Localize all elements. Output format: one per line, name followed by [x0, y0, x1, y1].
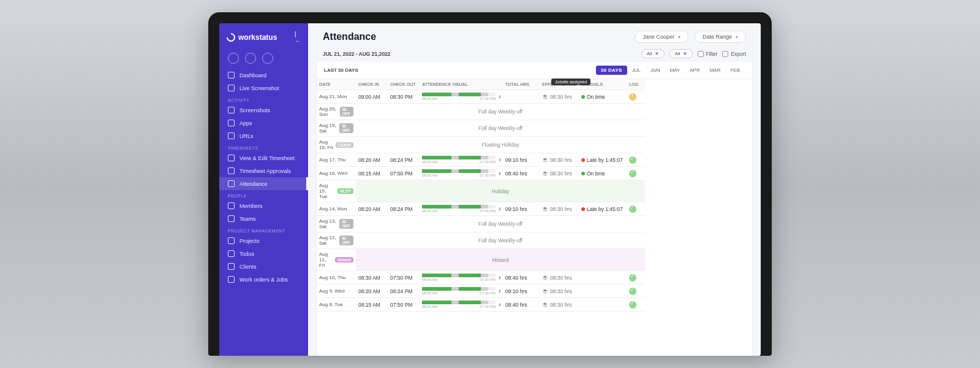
user-picker[interactable]: Jane Cooper ▾: [635, 31, 688, 43]
close-icon[interactable]: ✕: [683, 51, 687, 56]
arrivals-cell: [579, 271, 627, 285]
effective-cell: ☕08:30 hrs: [540, 153, 579, 167]
eye-icon[interactable]: [499, 158, 500, 162]
tab-30days[interactable]: 30 DAYS: [596, 66, 627, 75]
sidebar-item-work-orders-jobs[interactable]: Work orders & Jobs: [219, 273, 308, 286]
log-cell[interactable]: [627, 285, 645, 298]
nav-item-icon: [228, 72, 235, 79]
status-badge: W-OFF: [339, 123, 353, 133]
date-cell: Aug 18, FriLEAVE: [317, 137, 356, 153]
date-cell: Aug 16, Wed: [317, 167, 356, 180]
export-button[interactable]: Export: [722, 51, 746, 57]
effective-cell: ☕08:30 hrs: [540, 202, 579, 216]
section-label: PROJECT MANAGEMENT: [219, 225, 308, 234]
sidebar-item-view-edit-timesheet[interactable]: View & Edit Timesheet: [219, 151, 308, 164]
checkout-cell: 08:24 PM: [388, 285, 420, 298]
date-cell: Aug 8, Tue: [317, 298, 356, 312]
col-checkin: CHECK IN: [356, 79, 388, 90]
close-icon[interactable]: ✕: [655, 51, 659, 56]
status-dot: [581, 95, 585, 99]
tab-may[interactable]: MAY: [665, 66, 685, 75]
span-row: Full day Weekly-off: [356, 216, 645, 232]
arrivals-cell: [579, 298, 627, 312]
arrivals-cell: [579, 285, 627, 298]
date-range-label: Date Range: [703, 34, 732, 40]
status-badge: Absent: [335, 257, 353, 263]
eye-icon[interactable]: [499, 289, 500, 293]
sidebar-item-projects[interactable]: Projects: [219, 234, 308, 247]
top-icon-2[interactable]: [245, 53, 256, 64]
sidebar-item-label: Clients: [239, 264, 257, 270]
nav-item-icon: [228, 237, 235, 244]
col-checkout: CHECK OUT: [388, 79, 420, 90]
brand: workstatus |←: [219, 31, 308, 50]
top-icon-1[interactable]: [228, 53, 239, 64]
filter-chip-all-2[interactable]: All✕: [669, 49, 693, 58]
log-cell[interactable]: [627, 271, 645, 285]
sidebar-item-attendance[interactable]: Attendance: [219, 177, 308, 190]
sidebar-item-label: Teams: [239, 216, 256, 222]
visual-cell: 08:00 AM07:00 PM: [420, 153, 503, 167]
date-range-text: JUL 21, 2022 - AUG 21,2022: [323, 51, 391, 57]
tab-mar[interactable]: MAR: [705, 66, 726, 75]
top-icons: [219, 50, 308, 69]
eye-icon[interactable]: [499, 303, 500, 307]
status-badge: W-OFF: [339, 219, 353, 229]
chevron-down-icon: ▾: [678, 34, 680, 40]
eye-icon[interactable]: [499, 95, 500, 99]
status-badge: W-OFF: [340, 107, 353, 117]
sidebar-item-label: Work orders & Jobs: [239, 277, 288, 283]
span-row: Floating Holiday: [356, 137, 645, 153]
date-cell: Aug 17, Thu: [317, 153, 356, 167]
top-icon-3[interactable]: [262, 53, 273, 64]
tooltip: Jobsite assigned: [551, 79, 590, 85]
log-cell[interactable]: [627, 90, 645, 104]
tab-jul[interactable]: JUL: [627, 66, 646, 75]
status-badge: LEAVE: [336, 142, 353, 148]
sidebar-item-todos[interactable]: Todos: [219, 247, 308, 260]
collapse-icon[interactable]: |←: [295, 31, 301, 44]
sidebar-item-live-screenshot[interactable]: Live Screenshot: [219, 82, 308, 94]
checkin-cell: 08:15 AM: [356, 167, 388, 180]
total-cell: 08:40 hrs: [503, 271, 540, 285]
checkout-cell: 07:50 PM: [388, 298, 420, 312]
sidebar-item-dashboard[interactable]: Dashboard: [219, 69, 308, 82]
col-date: DATE: [317, 79, 356, 90]
sidebar-item-timesheet-approvals[interactable]: Timesheet Approvals: [219, 164, 308, 177]
checkout-cell: 07:50 PM: [388, 167, 420, 180]
date-cell: Aug 12, SatW-OFF: [317, 232, 356, 249]
eye-icon[interactable]: [499, 172, 500, 175]
sidebar-item-members[interactable]: Members: [219, 199, 308, 212]
filter-button[interactable]: Filter: [698, 51, 718, 57]
log-cell[interactable]: [627, 167, 645, 180]
checkout-cell: 08:24 PM: [388, 202, 420, 216]
eye-icon[interactable]: [499, 207, 500, 211]
sidebar-item-urls[interactable]: URLs: [219, 129, 308, 142]
checkout-cell: 08:24 PM: [388, 153, 420, 167]
check-icon: [629, 170, 636, 177]
visual-cell: 08:00 AM07:00 PM: [420, 167, 503, 180]
sidebar-item-teams[interactable]: Teams: [219, 212, 308, 225]
tab-feb[interactable]: FEB: [725, 66, 745, 75]
date-range-picker[interactable]: Date Range ▾: [695, 31, 746, 43]
nav-item-icon: [228, 250, 235, 257]
span-row: Full day Weekly-off: [356, 232, 645, 249]
warning-icon: [629, 93, 636, 101]
sidebar-item-screenshots[interactable]: Screenshots: [219, 104, 308, 117]
coffee-icon: ☕: [542, 94, 548, 99]
log-cell[interactable]: [627, 153, 645, 167]
check-icon: [629, 205, 636, 213]
sidebar-item-apps[interactable]: Apps: [219, 117, 308, 129]
tab-jun[interactable]: JUN: [646, 66, 665, 75]
filter-chip-all-1[interactable]: All✕: [641, 49, 665, 58]
log-cell[interactable]: [627, 298, 645, 312]
visual-cell: 08:00 AM07:00 PM: [420, 90, 503, 104]
total-cell: 09:10 hrs: [503, 202, 540, 216]
eye-icon[interactable]: [499, 276, 500, 280]
tab-apr[interactable]: APR: [685, 66, 704, 75]
arrivals-cell: On time: [579, 90, 627, 104]
col-total: TOTAL HRS: [503, 79, 540, 90]
chevron-down-icon: ▾: [736, 34, 738, 40]
log-cell[interactable]: [627, 202, 645, 216]
sidebar-item-clients[interactable]: Clients: [219, 260, 308, 273]
